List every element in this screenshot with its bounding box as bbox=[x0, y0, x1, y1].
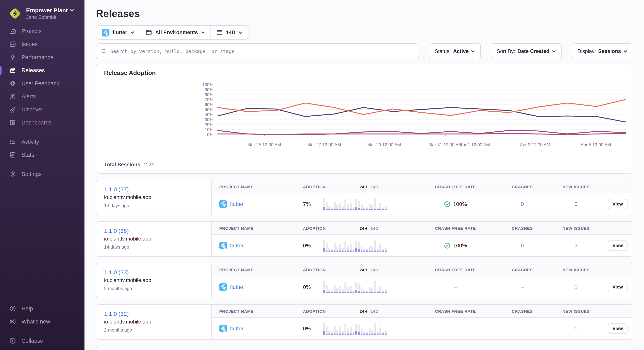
toggle-14d[interactable]: 14D bbox=[370, 309, 379, 313]
col-crashes: Crashes bbox=[496, 226, 549, 230]
new-issues-value: 0 bbox=[549, 201, 603, 207]
release-search[interactable] bbox=[96, 44, 419, 59]
whats-new-icon bbox=[9, 318, 16, 325]
sidebar-item-performance[interactable]: Performance bbox=[0, 51, 84, 64]
release-version-link[interactable]: 1.1.0 (36) bbox=[104, 227, 129, 234]
chart-title: Release Adoption bbox=[104, 70, 156, 77]
view-release-button[interactable]: View bbox=[608, 199, 628, 209]
x-axis-label: Mar 31 12:00 AM bbox=[428, 143, 462, 147]
page-title: Releases bbox=[96, 8, 633, 20]
y-axis-label: 30% bbox=[196, 117, 213, 122]
crashes-link[interactable]: 0 bbox=[521, 242, 524, 249]
sidebar-item-releases[interactable]: Releases bbox=[0, 64, 84, 77]
sidebar-item-help[interactable]: Help bbox=[0, 302, 84, 315]
sidebar-item-settings[interactable]: Settings bbox=[0, 168, 84, 181]
collapse-icon bbox=[9, 337, 16, 344]
total-sessions-value: 2.2k bbox=[144, 162, 154, 168]
project-link[interactable]: flutter bbox=[219, 325, 303, 332]
display-dropdown[interactable]: Display:Sessions bbox=[572, 44, 633, 59]
toggle-24h[interactable]: 24H bbox=[360, 267, 368, 272]
view-release-button[interactable]: View bbox=[608, 323, 628, 334]
sidebar-item-projects[interactable]: Projects bbox=[0, 25, 84, 38]
help-icon bbox=[9, 305, 16, 312]
user-feedback-icon bbox=[9, 80, 16, 87]
col-new-issues: New Issues bbox=[549, 267, 603, 272]
activity-icon bbox=[9, 138, 16, 145]
sidebar-item-dashboards[interactable]: Dashboards bbox=[0, 116, 84, 129]
sort-by-dropdown[interactable]: Sort By:Date Created bbox=[491, 44, 562, 59]
toggle-24h[interactable]: 24H bbox=[360, 309, 368, 313]
check-circle-icon bbox=[444, 201, 450, 207]
crashes-value: – bbox=[496, 283, 549, 290]
toggle-24h[interactable]: 24H bbox=[360, 226, 368, 230]
release-table-row: flutter 0% 100% 0 3 View bbox=[212, 235, 633, 256]
sidebar-item-alerts[interactable]: Alerts bbox=[0, 90, 84, 103]
org-name: Empower Plant bbox=[26, 7, 74, 14]
environment-filter-value: All Environments bbox=[155, 30, 198, 35]
sidebar-item-activity[interactable]: Activity bbox=[0, 135, 84, 148]
performance-icon bbox=[9, 54, 16, 61]
view-release-button[interactable]: View bbox=[608, 282, 628, 292]
chart-plot bbox=[218, 85, 626, 134]
search-input[interactable] bbox=[110, 48, 414, 54]
toggle-14d[interactable]: 14D bbox=[370, 184, 379, 189]
toggle-24h[interactable]: 24H bbox=[360, 184, 368, 189]
y-axis-label: 10% bbox=[196, 127, 213, 132]
app-window: Empower Plant Jane Schmidt Projects Issu… bbox=[0, 0, 644, 350]
flutter-icon bbox=[219, 325, 227, 332]
x-axis-tick bbox=[384, 134, 384, 136]
main-content: Releases flutter All Environments 14D bbox=[84, 0, 644, 350]
release-version-link[interactable]: 1.1.0 (37) bbox=[104, 186, 129, 192]
release-package: io.planttv.mobile.app bbox=[104, 194, 204, 200]
projects-icon bbox=[9, 28, 16, 35]
col-crash-free-rate: Crash Free Rate bbox=[415, 309, 496, 313]
crashes-value: 0 bbox=[496, 242, 549, 249]
new-issues-link[interactable]: 0 bbox=[574, 325, 578, 331]
chevron-down-icon bbox=[201, 31, 205, 34]
adoption-value: 0% bbox=[303, 284, 323, 290]
view-release-button[interactable]: View bbox=[608, 240, 628, 251]
release-age: 14 days ago bbox=[104, 244, 204, 250]
col-adoption: Adoption bbox=[303, 309, 323, 313]
new-issues-link[interactable]: 0 bbox=[574, 201, 578, 207]
new-issues-link[interactable]: 1 bbox=[574, 284, 578, 290]
release-card: 1.1.0 (37) io.planttv.mobile.app 13 days… bbox=[96, 180, 633, 215]
y-axis-label: 0% bbox=[196, 132, 213, 137]
project-filter[interactable]: flutter bbox=[96, 26, 140, 39]
sidebar-item-what-s-new[interactable]: What's new bbox=[0, 315, 84, 328]
sidebar-item-issues[interactable]: Issues bbox=[0, 38, 84, 51]
environment-filter[interactable]: All Environments bbox=[140, 26, 211, 39]
crashes-link[interactable]: 0 bbox=[521, 201, 524, 207]
status-dropdown[interactable]: Status:Active bbox=[429, 44, 481, 59]
new-issues-link[interactable]: 3 bbox=[574, 242, 578, 249]
settings-icon bbox=[9, 171, 16, 177]
toggle-14d[interactable]: 14D bbox=[370, 226, 379, 230]
release-version-link[interactable]: 1.1.0 (33) bbox=[104, 269, 129, 275]
adoption-value: 0% bbox=[303, 242, 323, 249]
daterange-filter[interactable]: 14D bbox=[211, 26, 248, 39]
y-axis-label: 50% bbox=[196, 107, 213, 112]
release-version-link[interactable]: 1.1.0 (32) bbox=[104, 310, 129, 317]
sessions-sparkline bbox=[323, 239, 388, 252]
sidebar-item-stats[interactable]: Stats bbox=[0, 148, 84, 161]
release-package: io.planttv.mobile.app bbox=[104, 319, 204, 325]
project-link[interactable]: flutter bbox=[219, 283, 303, 291]
y-axis-label: 20% bbox=[196, 122, 213, 127]
chevron-down-icon bbox=[552, 50, 556, 53]
col-crashes: Crashes bbox=[496, 184, 549, 189]
sidebar-item-discover[interactable]: Discover bbox=[0, 103, 84, 116]
sidebar: Empower Plant Jane Schmidt Projects Issu… bbox=[0, 0, 84, 350]
sidebar-item-collapse[interactable]: Collapse bbox=[0, 334, 84, 347]
org-switcher[interactable]: Empower Plant Jane Schmidt bbox=[0, 5, 84, 21]
sidebar-item-user-feedback[interactable]: User Feedback bbox=[0, 77, 84, 90]
flutter-icon bbox=[219, 283, 227, 291]
flutter-icon bbox=[219, 200, 227, 208]
project-link[interactable]: flutter bbox=[219, 200, 303, 208]
col-crash-free-rate: Crash Free Rate bbox=[415, 184, 496, 189]
discover-icon bbox=[9, 106, 16, 113]
adoption-value: 0% bbox=[303, 325, 323, 331]
toggle-14d[interactable]: 14D bbox=[370, 267, 379, 272]
release-age: 2 months ago bbox=[104, 286, 204, 291]
y-axis-label: 40% bbox=[196, 112, 213, 117]
project-link[interactable]: flutter bbox=[219, 242, 303, 249]
